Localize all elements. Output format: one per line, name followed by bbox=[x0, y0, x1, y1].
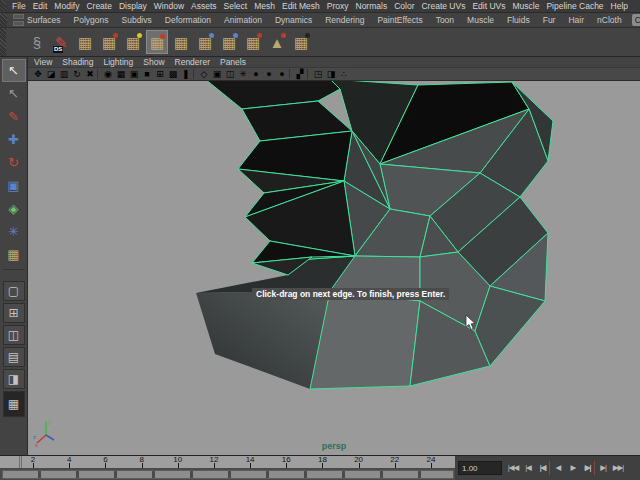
lighting-mode-icon[interactable]: ✳ bbox=[237, 69, 249, 80]
sep4[interactable] bbox=[307, 69, 311, 79]
step-forward-frame-button[interactable]: ▶| bbox=[596, 461, 610, 475]
shelf-toggle-buttons[interactable] bbox=[13, 14, 24, 26]
shelf-tab-fluids[interactable]: Fluids bbox=[504, 14, 533, 26]
select-tool[interactable]: ↖ bbox=[2, 59, 26, 82]
menu-item[interactable]: Mesh bbox=[254, 1, 275, 11]
tumble-tool-icon[interactable]: ↻ bbox=[71, 69, 83, 80]
camera-attributes-icon[interactable]: ◉ bbox=[102, 69, 114, 80]
menu-item[interactable]: Create UVs bbox=[421, 1, 465, 11]
shelf-tab-custom[interactable]: Custom bbox=[632, 14, 640, 26]
shelf-tab-surfaces[interactable]: Surfaces bbox=[24, 14, 64, 26]
panel-menu-item[interactable]: Show bbox=[143, 57, 164, 67]
shelf-tab-painteffects[interactable]: PaintEffects bbox=[374, 14, 425, 26]
step-back-key-button[interactable]: |◀ bbox=[536, 461, 550, 475]
shelf-icons-drag-handle[interactable] bbox=[0, 28, 6, 56]
quill-icon[interactable]: § bbox=[26, 30, 48, 54]
select-by-icon[interactable]: ✥ bbox=[32, 69, 44, 80]
poly-sphere-tool-icon[interactable]: ▦ bbox=[74, 30, 96, 54]
shelf-tab-hair[interactable]: Hair bbox=[565, 14, 587, 26]
panel-menu-item[interactable]: Lighting bbox=[103, 57, 133, 67]
shelf-tab-ncloth[interactable]: nCloth bbox=[594, 14, 625, 26]
layout-two-pane-stacked[interactable]: ▤ bbox=[3, 347, 25, 367]
shelf-drag-handle[interactable] bbox=[0, 13, 7, 27]
menu-item[interactable]: Edit UVs bbox=[472, 1, 505, 11]
shelf-tab-polygons[interactable]: Polygons bbox=[71, 14, 112, 26]
universal-manipulator-tool[interactable]: ◈ bbox=[2, 197, 26, 220]
menu-item[interactable]: Window bbox=[154, 1, 184, 11]
range-slider-bar[interactable] bbox=[2, 470, 454, 479]
image-plane-icon[interactable]: ▣ bbox=[128, 69, 140, 80]
current-time-field[interactable]: 1.00 bbox=[458, 461, 502, 475]
menu-item[interactable]: Edit bbox=[33, 1, 48, 11]
poly-bevel-tool-icon[interactable]: ▦ bbox=[242, 30, 264, 54]
menu-item[interactable]: Edit Mesh bbox=[282, 1, 320, 11]
polygon-mesh[interactable] bbox=[28, 81, 640, 455]
layout-single-pane[interactable]: ▢ bbox=[3, 281, 25, 301]
plugin-shapes-icon[interactable]: ∴ bbox=[338, 69, 350, 80]
digital-sculpt-icon[interactable]: ✎ DS bbox=[50, 30, 72, 54]
snap-point-icon[interactable]: ● bbox=[276, 69, 288, 80]
menu-item[interactable]: Color bbox=[394, 1, 414, 11]
menu-item[interactable]: Proxy bbox=[327, 1, 349, 11]
shelf-tab-rendering[interactable]: Rendering bbox=[322, 14, 367, 26]
append-polygon-tool-icon[interactable]: ▦ bbox=[146, 30, 168, 54]
poly-cube-tool-icon[interactable]: ▦ bbox=[98, 30, 120, 54]
range-slider[interactable] bbox=[0, 469, 455, 480]
poly-merge-tool-icon[interactable]: ▦ bbox=[194, 30, 216, 54]
layout-four-pane[interactable]: ⊞ bbox=[3, 303, 25, 323]
poly-extrude-tool-icon[interactable]: ▦ bbox=[170, 30, 192, 54]
step-back-frame-button[interactable]: |◀ bbox=[521, 461, 535, 475]
show-manipulator-tool[interactable]: ✳ bbox=[2, 220, 26, 243]
shelf-tab-fur[interactable]: Fur bbox=[540, 14, 559, 26]
bookmark-icon[interactable]: ▦ bbox=[115, 69, 127, 80]
panel-menu-item[interactable]: View bbox=[34, 57, 52, 67]
menu-item[interactable]: Assets bbox=[191, 1, 217, 11]
layout-three-pane[interactable]: ◨ bbox=[3, 369, 25, 389]
time-slider[interactable]: 2 4 6 8 bbox=[0, 456, 455, 469]
step-forward-key-button[interactable]: ▶| bbox=[581, 461, 595, 475]
textured-mode-icon[interactable]: ◫ bbox=[224, 69, 236, 80]
track-tool-icon[interactable]: ◪ bbox=[45, 69, 57, 80]
play-forwards-button[interactable]: ▶ bbox=[566, 461, 580, 475]
snap-grid-icon[interactable]: ● bbox=[250, 69, 262, 80]
menu-item[interactable]: Pipeline Cache bbox=[546, 1, 603, 11]
go-to-end-button[interactable]: ▶▶| bbox=[611, 461, 625, 475]
rotate-tool[interactable]: ↻ bbox=[2, 151, 26, 174]
sep2[interactable] bbox=[193, 69, 197, 79]
view-selected-icon[interactable]: ■ bbox=[141, 69, 153, 80]
menu-item[interactable]: Display bbox=[119, 1, 147, 11]
menu-item[interactable]: Normals bbox=[356, 1, 388, 11]
shelf-tab-dynamics[interactable]: Dynamics bbox=[272, 14, 315, 26]
wireframe-mode-icon[interactable]: ◇ bbox=[198, 69, 210, 80]
shelf-tab-subdivs[interactable]: Subdivs bbox=[119, 14, 155, 26]
poly-lattice-tool-icon[interactable]: ▦ bbox=[290, 30, 312, 54]
shelf-tab-deformation[interactable]: Deformation bbox=[162, 14, 214, 26]
menu-item[interactable]: Create bbox=[86, 1, 112, 11]
menu-item[interactable]: Modify bbox=[54, 1, 79, 11]
isolate-select-icon[interactable]: ▞ bbox=[294, 69, 306, 80]
resolution-gate-icon[interactable]: ❚ bbox=[180, 69, 192, 80]
poly-cone-tool-icon[interactable]: ▲ bbox=[266, 30, 288, 54]
shelf-tab-toon[interactable]: Toon bbox=[433, 14, 457, 26]
scale-tool[interactable]: ▣ bbox=[2, 174, 26, 197]
paint-select-tool[interactable]: ✎ bbox=[2, 105, 26, 128]
roll-tool-icon[interactable]: ✖ bbox=[84, 69, 96, 80]
grid-toggle-icon[interactable]: ⊞ bbox=[154, 69, 166, 80]
panel-menu-item[interactable]: Renderer bbox=[175, 57, 210, 67]
backface-culling-icon[interactable]: ◨ bbox=[325, 69, 337, 80]
snap-curve-icon[interactable]: ● bbox=[263, 69, 275, 80]
play-backwards-button[interactable]: ◀ bbox=[551, 461, 565, 475]
menu-item[interactable]: Muscle bbox=[512, 1, 539, 11]
poly-bridge-tool-icon[interactable]: ▦ bbox=[218, 30, 240, 54]
panel-menu-item[interactable]: Panels bbox=[220, 57, 246, 67]
xray-icon[interactable]: ◳ bbox=[312, 69, 324, 80]
shaded-mode-icon[interactable]: ▣ bbox=[211, 69, 223, 80]
panel-menu-item[interactable]: Shading bbox=[62, 57, 93, 67]
film-gate-icon[interactable]: ▩ bbox=[167, 69, 179, 80]
sep3[interactable] bbox=[289, 69, 293, 79]
layout-two-pane-side[interactable]: ◫ bbox=[3, 325, 25, 345]
move-tool[interactable]: ✚ bbox=[2, 128, 26, 151]
sep1[interactable] bbox=[97, 69, 101, 79]
shelf-tab-animation[interactable]: Animation bbox=[221, 14, 265, 26]
dolly-tool-icon[interactable]: ▥ bbox=[58, 69, 70, 80]
